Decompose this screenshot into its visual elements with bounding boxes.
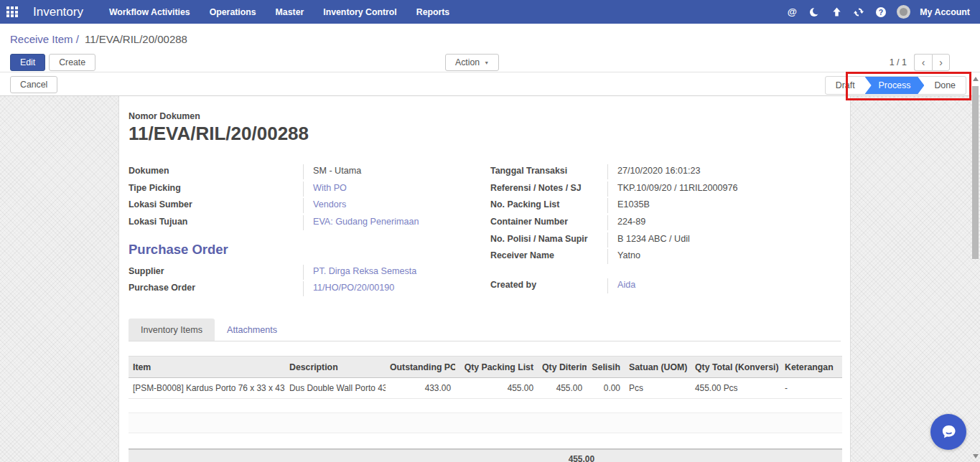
cell-qty-diterima: 455.00: [538, 378, 587, 399]
status-row: Cancel Draft Process Done: [0, 72, 980, 96]
my-account-button[interactable]: My Account: [920, 7, 970, 17]
status-done[interactable]: Done: [924, 77, 966, 94]
apps-grid-icon: [6, 6, 17, 17]
menu-inventory-control[interactable]: Inventory Control: [323, 7, 396, 17]
chat-bubble-icon: [938, 422, 958, 442]
toolbar-buttons: Edit Create: [10, 54, 95, 71]
field-packing-list-value: E1035B: [607, 198, 841, 213]
dark-mode-moon-icon[interactable]: [808, 6, 821, 19]
user-avatar[interactable]: [897, 5, 910, 19]
field-tanggal-transaksi: Tanggal Transaksi 27/10/2020 16:01:23: [490, 164, 841, 182]
chevron-down-icon: ▼: [484, 60, 489, 65]
tab-inventory-items[interactable]: Inventory Items: [129, 319, 215, 341]
create-button[interactable]: Create: [49, 54, 95, 71]
qty-total-sum: 455.00: [129, 450, 594, 462]
table-footer-total-row: 455.00: [129, 448, 842, 462]
scrollbar-up-arrow[interactable]: [973, 77, 979, 81]
breadcrumb-current: 11/EVA/RIL/20/00288: [85, 33, 187, 45]
col-qty-total-konversi: Qty Total (Konversi): [691, 357, 780, 378]
pager-previous-button[interactable]: ‹: [914, 54, 932, 71]
cell-item: [PSM-B0008] Kardus Porto 76 x 33 x 43 cm: [129, 378, 285, 399]
status-draft[interactable]: Draft: [826, 77, 865, 94]
form-sheet: Nomor Dokumen 11/EVA/RIL/20/00288 Dokume…: [118, 96, 851, 462]
refresh-sync-icon[interactable]: [852, 6, 865, 19]
tab-attachments[interactable]: Attachments: [215, 319, 289, 341]
cell-qty-total: 455.00 Pcs: [691, 378, 780, 399]
field-container-number-value: 224-89: [607, 215, 841, 230]
menu-reports[interactable]: Reports: [416, 7, 449, 17]
apps-menu-button[interactable]: [0, 0, 24, 24]
pager-value: 1 / 1: [890, 57, 907, 67]
content-background: Nomor Dokumen 11/EVA/RIL/20/00288 Dokume…: [0, 96, 980, 462]
col-description: Description: [285, 357, 386, 378]
scrollbar-down-arrow[interactable]: [973, 454, 979, 458]
col-satuan-uom: Satuan (UOM): [625, 357, 691, 378]
right-field-group: Tanggal Transaksi 27/10/2020 16:01:23 Re…: [490, 164, 841, 298]
cell-selisih: 0.00: [587, 378, 625, 399]
field-packing-list: No. Packing List E1035B: [490, 198, 841, 215]
statusbar: Draft Process Done: [825, 76, 966, 95]
edit-button[interactable]: Edit: [10, 54, 45, 71]
menu-operations[interactable]: Operations: [210, 7, 256, 17]
field-supplier: Supplier PT. Dirga Reksa Semesta: [129, 265, 479, 282]
field-purchase-order-value[interactable]: 11/HO/PO/20/00190: [303, 281, 479, 296]
cell-description: Dus Double Wall Porto 43: [285, 378, 386, 399]
field-created-by-value[interactable]: Aida: [607, 278, 841, 293]
field-created-by: Created by Aida: [490, 278, 841, 296]
field-purchase-order: Purchase Order 11/HO/PO/20/00190: [129, 281, 479, 298]
action-dropdown-button[interactable]: Action ▼: [445, 54, 499, 71]
inventory-items-table: Item Description Outstanding PO Qty Pack…: [129, 356, 842, 433]
chat-launcher-button[interactable]: [930, 414, 966, 450]
empty-row: [129, 413, 842, 433]
field-container-number: Container Number 224-89: [490, 215, 841, 232]
top-navbar: Inventory Workflow Activities Operations…: [0, 0, 980, 24]
field-receiver-name-value: Yatno: [607, 249, 841, 264]
field-tipe-picking-value[interactable]: With PO: [303, 182, 479, 197]
cell-outstanding-po: 433.00: [386, 378, 455, 399]
col-outstanding-po: Outstanding PO: [386, 357, 455, 378]
field-no-polisi-value: B 1234 ABC / Udil: [607, 232, 841, 248]
field-lokasi-tujuan: Lokasi Tujuan EVA: Gudang Penerimaan: [129, 215, 479, 232]
upload-arrow-up-icon[interactable]: [830, 6, 843, 19]
app-brand[interactable]: Inventory: [33, 5, 83, 19]
table-row[interactable]: [PSM-B0008] Kardus Porto 76 x 33 x 43 cm…: [129, 378, 842, 399]
field-groups: Dokumen SM - Utama Tipe Picking With PO …: [129, 164, 841, 298]
field-tipe-picking: Tipe Picking With PO: [129, 182, 479, 199]
empty-row: [129, 399, 842, 413]
left-field-group: Dokumen SM - Utama Tipe Picking With PO …: [129, 164, 479, 298]
cell-satuan-uom: Pcs: [625, 378, 691, 399]
field-receiver-name: Receiver Name Yatno: [490, 249, 841, 266]
field-lokasi-tujuan-value[interactable]: EVA: Gudang Penerimaan: [303, 215, 479, 230]
document-number-label: Nomor Dokumen: [129, 111, 841, 121]
mentions-at-icon[interactable]: @: [785, 6, 798, 19]
help-question-icon[interactable]: ?: [874, 6, 887, 19]
pager-next-button[interactable]: ›: [932, 54, 950, 71]
field-dokumen-value: SM - Utama: [303, 164, 479, 179]
purchase-order-section-title: Purchase Order: [129, 242, 479, 258]
field-tanggal-transaksi-value: 27/10/2020 16:01:23: [607, 164, 841, 179]
status-process-active[interactable]: Process: [865, 77, 925, 94]
scrollbar-thumb[interactable]: [972, 86, 979, 259]
field-supplier-value[interactable]: PT. Dirga Reksa Semesta: [303, 265, 479, 280]
field-dokumen: Dokumen SM - Utama: [129, 164, 479, 182]
svg-text:?: ?: [879, 7, 883, 16]
control-panel: Receive Item / 11/EVA/RIL/20/00288 Edit …: [0, 24, 980, 72]
field-lokasi-sumber-value[interactable]: Vendors: [303, 198, 479, 213]
col-selisih: Selisih: [587, 357, 625, 378]
menu-workflow-activities[interactable]: Workflow Activities: [109, 7, 190, 17]
cancel-button[interactable]: Cancel: [10, 76, 57, 93]
col-item: Item: [129, 357, 285, 378]
cell-qty-packing-list: 455.00: [455, 378, 538, 399]
notebook-tabs: Inventory Items Attachments: [129, 319, 841, 341]
breadcrumb-parent-link[interactable]: Receive Item /: [10, 33, 79, 45]
vertical-scrollbar: [971, 72, 980, 462]
menu-master[interactable]: Master: [276, 7, 304, 17]
col-qty-diterima: Qty Diterima: [538, 357, 587, 378]
col-keterangan: Keterangan: [780, 357, 842, 378]
field-no-polisi: No. Polisi / Nama Supir B 1234 ABC / Udi…: [490, 232, 841, 250]
navbar-right: @ ? My Account: [785, 5, 980, 19]
field-referensi: Referensi / Notes / SJ TKP.10/09/20 / 11…: [490, 182, 841, 199]
col-qty-packing-list: Qty Packing List: [455, 357, 538, 378]
document-number: 11/EVA/RIL/20/00288: [129, 123, 841, 145]
pager: 1 / 1 ‹ ›: [890, 54, 950, 71]
